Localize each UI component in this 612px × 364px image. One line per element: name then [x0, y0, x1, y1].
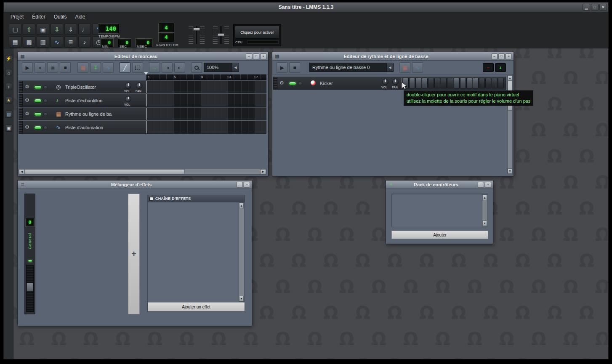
fx-mixer-minimize-button[interactable]: –	[237, 182, 243, 188]
gear-icon[interactable]: ⚙	[25, 84, 29, 89]
track-grip[interactable]	[19, 121, 23, 133]
pattern-combobox[interactable]: Rythme ou ligne de basse 0 ◀	[309, 63, 394, 72]
timesig-numerator-display[interactable]: 4	[159, 23, 174, 32]
zoom-combobox[interactable]: 100% ◀	[204, 63, 239, 72]
master-volume-slider[interactable]	[188, 25, 205, 45]
beat-step[interactable]	[409, 78, 415, 88]
sidebar-item-samples[interactable]: ♪	[5, 83, 12, 90]
track-content[interactable]	[146, 94, 266, 106]
scroll-right-button[interactable]: ▶	[260, 169, 266, 174]
track-name[interactable]: Rythme ou ligne de ba	[65, 112, 112, 117]
toggle-piano-roll-button[interactable]: ▥	[37, 36, 49, 48]
beat-step[interactable]	[434, 78, 440, 88]
track-content[interactable]	[146, 121, 266, 133]
volume-knob[interactable]	[125, 82, 131, 89]
scrollbar-thumb[interactable]	[25, 169, 185, 174]
master-pitch-slider[interactable]	[213, 25, 229, 45]
beat-step[interactable]	[441, 78, 447, 88]
remove-steps-button[interactable]: −	[483, 63, 494, 72]
play-button[interactable]: ▶	[22, 62, 33, 73]
track-grip[interactable]	[274, 77, 277, 89]
beat-step[interactable]	[498, 78, 504, 88]
add-automation-track-button[interactable]: ∿	[412, 62, 423, 73]
bb-editor-minimize-button[interactable]: –	[491, 53, 498, 59]
volume-knob[interactable]	[125, 96, 131, 102]
track-name[interactable]: Piste d'échantillon	[65, 98, 102, 103]
track-content[interactable]	[146, 108, 266, 120]
master-volume-display[interactable]: 0	[26, 218, 34, 226]
beat-step[interactable]	[466, 78, 472, 88]
export-project-button[interactable]: ⇓	[64, 24, 77, 35]
mute-led[interactable]	[289, 82, 296, 85]
song-editor-minimize-button[interactable]: –	[246, 53, 252, 59]
controller-rack-close-button[interactable]: ×	[485, 182, 491, 188]
master-pitch-handle[interactable]	[218, 33, 224, 36]
mute-led[interactable]	[34, 99, 42, 103]
edit-mode-button[interactable]	[132, 62, 143, 73]
mute-led[interactable]	[34, 85, 42, 89]
gear-icon[interactable]: ⚙	[279, 80, 284, 85]
beat-step[interactable]	[422, 78, 428, 88]
new-fx-channel-button[interactable]: +	[128, 194, 140, 314]
record-play-button[interactable]: ◉	[47, 62, 58, 73]
menu-outils[interactable]: Outils	[50, 13, 71, 21]
volume-knob[interactable]	[382, 79, 388, 85]
to-end-button[interactable]: ⇥	[162, 62, 173, 73]
track-content[interactable]	[146, 81, 266, 93]
beat-step[interactable]	[479, 78, 485, 88]
playhead-marker[interactable]	[144, 72, 148, 75]
sidebar-item-presets[interactable]: ★	[5, 97, 12, 104]
window-titlebar[interactable]: Sans titre - LMMS 1.1.3 ▁ □ ×	[4, 3, 608, 12]
add-automation-track-button[interactable]: ∿	[103, 62, 114, 73]
zoom-button[interactable]	[191, 62, 202, 73]
add-steps-button[interactable]: +	[495, 63, 506, 72]
window-close-button[interactable]: ×	[599, 4, 607, 11]
menu-aide[interactable]: Aide	[71, 13, 89, 21]
scrollbar-track[interactable]	[25, 169, 260, 174]
master-volume-handle[interactable]	[193, 28, 200, 31]
solo-led[interactable]	[43, 112, 48, 116]
gear-icon[interactable]: ⚙	[25, 111, 29, 116]
sidebar-item-instruments[interactable]: ⚡	[5, 55, 12, 62]
beat-step[interactable]	[473, 78, 479, 88]
behaviour-at-stop-button[interactable]: →	[149, 62, 160, 73]
channel-led[interactable]	[28, 260, 32, 262]
beat-step[interactable]	[492, 78, 498, 88]
song-editor-maximize-button[interactable]: □	[253, 53, 259, 59]
track-grip[interactable]	[19, 81, 23, 93]
timesig-denominator-display[interactable]: 4	[159, 33, 174, 42]
timeline[interactable]: 1 5 9 13 17	[146, 74, 266, 80]
scroll-left-button[interactable]: ◀	[19, 169, 25, 174]
draw-mode-button[interactable]: ╱	[120, 62, 130, 73]
song-editor-titlebar[interactable]: ▦ Éditeur de morceau – □ ×	[18, 52, 268, 61]
master-channel-strip[interactable]: 0 General	[24, 194, 35, 314]
effects-list[interactable]: ▲ ▼	[148, 202, 245, 302]
scroll-down-button[interactable]: ▼	[482, 221, 487, 226]
stop-button[interactable]: ■	[60, 62, 71, 73]
sidebar-item-computer[interactable]: ▣	[5, 125, 12, 132]
menu-editer[interactable]: Éditer	[28, 13, 49, 21]
beat-step[interactable]	[447, 78, 453, 88]
tempo-display[interactable]: 140	[98, 24, 119, 33]
effects-vscrollbar[interactable]: ▲ ▼	[239, 202, 244, 302]
controller-rack-titlebar[interactable]: ✳ Rack de contrôleurs – ×	[386, 181, 493, 189]
add-bb-track-button[interactable]: ▦	[77, 62, 88, 73]
controller-list[interactable]: ▲ ▼	[391, 194, 488, 227]
song-editor-close-button[interactable]: ×	[260, 53, 266, 59]
fader-handle[interactable]	[27, 283, 33, 291]
instrument-name[interactable]: Kicker	[320, 81, 333, 86]
scroll-down-button[interactable]: ▼	[239, 296, 244, 301]
menu-projet[interactable]: Projet	[6, 13, 28, 21]
solo-led[interactable]	[298, 82, 302, 85]
rewind-button[interactable]: ⇤	[174, 62, 185, 73]
bb-editor-maximize-button[interactable]: □	[498, 53, 505, 59]
track-name[interactable]: Piste d'automation	[65, 125, 103, 130]
record-button[interactable]: ●	[35, 62, 45, 73]
master-fader[interactable]	[26, 265, 34, 312]
beat-step[interactable]	[415, 78, 421, 88]
beat-step[interactable]	[428, 78, 434, 88]
beat-step[interactable]	[454, 78, 460, 88]
project-notes-button[interactable]: ♪	[78, 36, 91, 48]
mute-led[interactable]	[34, 112, 42, 116]
track-grip[interactable]	[19, 94, 23, 106]
